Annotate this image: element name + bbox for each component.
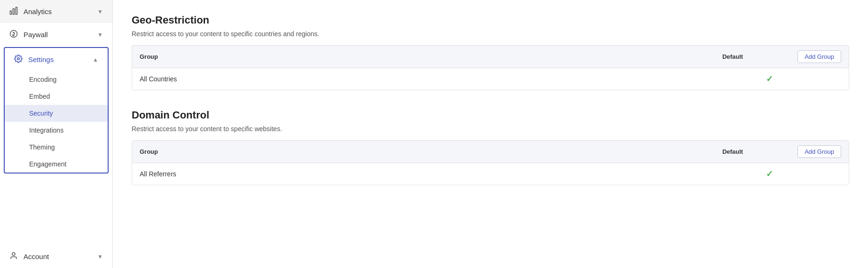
- domain-control-table: Group Default Add Group All Referrers ✓: [132, 140, 849, 185]
- geo-check-icon: ✓: [766, 74, 773, 84]
- geo-restriction-title: Geo-Restriction: [132, 14, 849, 26]
- domain-table-row: All Referrers ✓: [132, 163, 849, 185]
- sidebar-bottom: Account ▼: [0, 245, 112, 268]
- main-content: Geo-Restriction Restrict access to your …: [113, 0, 868, 268]
- account-icon: [9, 252, 18, 261]
- geo-restriction-section: Geo-Restriction Restrict access to your …: [132, 14, 849, 90]
- account-chevron-icon: ▼: [97, 253, 103, 260]
- domain-group-header: Group: [140, 148, 722, 155]
- geo-add-group-button[interactable]: Add Group: [797, 50, 841, 63]
- sidebar-item-integrations[interactable]: Integrations: [5, 122, 108, 139]
- sidebar-item-paywall[interactable]: Paywall ▼: [0, 23, 112, 46]
- settings-sub-items: Encoding Embed Security Integrations The…: [5, 71, 108, 173]
- domain-check-icon: ✓: [766, 169, 773, 179]
- paywall-chevron-icon: ▼: [97, 32, 103, 38]
- domain-row-default: ✓: [766, 169, 841, 179]
- domain-control-desc: Restrict access to your content to speci…: [132, 125, 849, 133]
- geo-restriction-desc: Restrict access to your content to speci…: [132, 30, 849, 38]
- svg-point-4: [17, 58, 20, 60]
- analytics-icon: [9, 7, 18, 16]
- analytics-label: Analytics: [24, 8, 52, 16]
- sidebar-item-account[interactable]: Account ▼: [0, 245, 112, 268]
- sidebar-item-embed[interactable]: Embed: [5, 88, 108, 105]
- settings-label: Settings: [28, 55, 54, 63]
- domain-add-group-button[interactable]: Add Group: [797, 145, 841, 158]
- svg-rect-2: [16, 8, 17, 15]
- sidebar-item-settings[interactable]: Settings ▲: [5, 48, 108, 71]
- sidebar-item-theming[interactable]: Theming: [5, 139, 108, 156]
- geo-group-header: Group: [140, 53, 722, 60]
- svg-rect-0: [10, 11, 12, 15]
- geo-default-header: Default: [722, 53, 797, 60]
- domain-control-section: Domain Control Restrict access to your c…: [132, 109, 849, 185]
- geo-restriction-table-header: Group Default Add Group: [132, 46, 849, 68]
- paywall-label: Paywall: [24, 31, 48, 39]
- domain-row-group: All Referrers: [140, 170, 766, 178]
- geo-row-default: ✓: [766, 74, 841, 84]
- settings-chevron-icon: ▲: [93, 56, 98, 63]
- domain-default-header: Default: [722, 148, 797, 155]
- sidebar-item-settings-container: Settings ▲ Encoding Embed Security Integ…: [4, 47, 109, 173]
- analytics-chevron-icon: ▼: [97, 8, 103, 15]
- geo-restriction-table: Group Default Add Group All Countries ✓: [132, 45, 849, 90]
- settings-icon: [14, 55, 23, 64]
- svg-point-5: [12, 252, 15, 255]
- account-label: Account: [24, 252, 49, 260]
- sidebar-item-engagement[interactable]: Engagement: [5, 156, 108, 173]
- domain-control-title: Domain Control: [132, 109, 849, 121]
- paywall-icon: [9, 30, 18, 39]
- sidebar-item-analytics[interactable]: Analytics ▼: [0, 0, 112, 23]
- sidebar-item-encoding[interactable]: Encoding: [5, 71, 108, 88]
- geo-row-group: All Countries: [140, 75, 766, 83]
- sidebar-item-security[interactable]: Security: [5, 105, 108, 122]
- geo-table-row: All Countries ✓: [132, 68, 849, 90]
- sidebar: Analytics ▼ Paywall ▼: [0, 0, 113, 268]
- domain-control-table-header: Group Default Add Group: [132, 141, 849, 163]
- svg-rect-1: [13, 9, 15, 15]
